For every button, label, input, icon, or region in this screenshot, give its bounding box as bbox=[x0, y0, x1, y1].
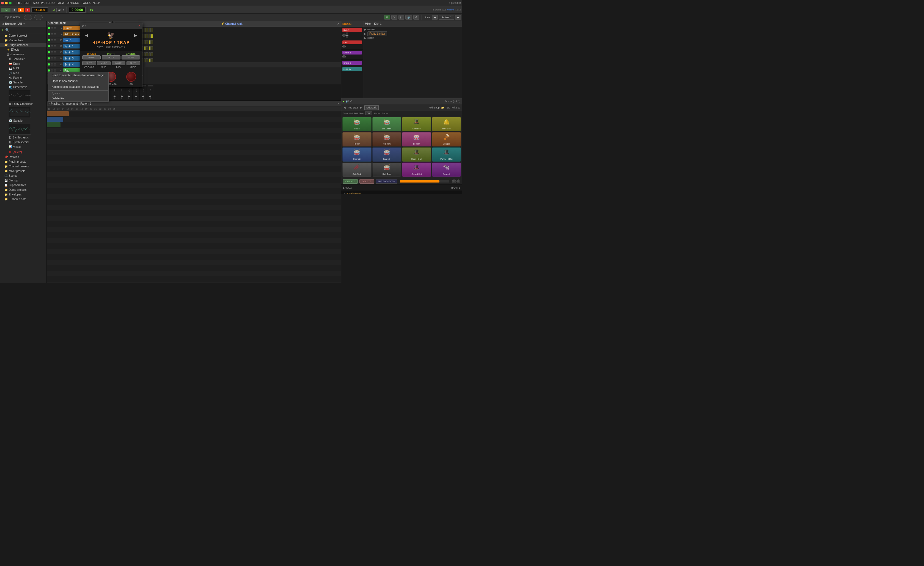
kick2-knob[interactable] bbox=[342, 45, 346, 48]
ch-btn1[interactable] bbox=[51, 27, 53, 29]
stop-button[interactable]: ■ bbox=[12, 8, 17, 12]
fpc-pad-lite-crash[interactable]: 🥁 Lite Crash bbox=[372, 117, 402, 131]
step-btn-15[interactable] bbox=[151, 58, 153, 62]
menu-item-help[interactable]: HELP bbox=[92, 1, 101, 5]
fpc-pad-cowbell[interactable]: 🐄 Cowbell bbox=[432, 163, 461, 177]
sidebar-item-il-shared[interactable]: 📁 IL shared data bbox=[0, 197, 46, 202]
fpc-pad-mid-tom[interactable]: 🥁 Mid Tom bbox=[372, 132, 402, 146]
toolbar-link-btn[interactable]: 🔗 bbox=[405, 15, 412, 20]
sidebar-item-envelopes[interactable]: 📁 Envelopes bbox=[0, 192, 46, 197]
menu-item-edit[interactable]: EDIT bbox=[23, 1, 32, 5]
cs-instr-mute-btn[interactable]: MUTE bbox=[102, 55, 120, 59]
fpc-pad-sidestick[interactable]: 🥢 SideStick bbox=[342, 163, 372, 177]
playlist-close-btn[interactable]: ✕ bbox=[337, 102, 339, 105]
sidebar-item-visual[interactable]: 📊 Visual bbox=[0, 145, 46, 149]
sidebar-item-backup[interactable]: 💾 Backup bbox=[0, 178, 46, 183]
sample-file-label[interactable]: 808 clav.wav bbox=[346, 192, 360, 195]
sidebar-item-controller[interactable]: 🎛 Controller bbox=[0, 57, 46, 62]
step-btn-13[interactable] bbox=[146, 28, 148, 32]
toolbar-pattern-btn[interactable]: ⊞ bbox=[384, 15, 390, 20]
delete-btn[interactable]: DELETE bbox=[359, 179, 374, 184]
cs-drums-mute-btn[interactable]: MUTE bbox=[82, 55, 100, 59]
menu-item-add[interactable]: ADD bbox=[32, 1, 40, 5]
close-button[interactable] bbox=[1, 2, 4, 5]
ch-btn1[interactable] bbox=[51, 69, 53, 72]
snare1-label[interactable]: Snare 1 bbox=[342, 51, 362, 54]
sidebar-item-directwave[interactable]: 🌊 DirectWave bbox=[0, 85, 46, 89]
fpc-pad-partial-hi-hat[interactable]: 🎩 Partial Hi Hat bbox=[432, 147, 461, 162]
snare2-label[interactable]: Snare 2 bbox=[342, 61, 362, 65]
next-pattern-btn[interactable]: ▶ bbox=[455, 15, 461, 20]
cs-add-btn[interactable]: + bbox=[85, 24, 86, 27]
fpc-pad-ride-bell[interactable]: 🔔 Ride Bell bbox=[432, 117, 461, 131]
sidebar-item-channel-presets[interactable]: 📁 Channel presets bbox=[0, 164, 46, 169]
fpc-pad-hi-tom[interactable]: 🥁 Hi Tom bbox=[342, 132, 372, 146]
fpc-pad-snare-1[interactable]: 🥁 Snare 1 bbox=[372, 147, 402, 162]
step-btn-13[interactable] bbox=[146, 40, 148, 44]
menu-item-patterns[interactable]: PATTERNS bbox=[40, 1, 56, 5]
kick1-label[interactable]: Kick 1 bbox=[342, 28, 362, 32]
hihats-label[interactable]: Hi-Hats bbox=[342, 67, 362, 71]
ch-btn2[interactable] bbox=[54, 69, 56, 72]
pattern-block-3[interactable] bbox=[47, 122, 60, 127]
ctx-delete-file[interactable]: Delete file... bbox=[48, 96, 108, 101]
play-button[interactable]: ▶ bbox=[18, 8, 24, 12]
prev-pattern-btn[interactable]: ◀ bbox=[432, 15, 438, 20]
step-btn-14[interactable] bbox=[148, 40, 151, 44]
fpc-prev-bank-btn[interactable]: ◀ bbox=[343, 106, 346, 109]
step-btn-12[interactable] bbox=[144, 40, 146, 44]
cs-forward-btn[interactable]: ▶ bbox=[134, 33, 137, 38]
step-btn-14[interactable] bbox=[148, 52, 151, 56]
ch-btn2[interactable] bbox=[54, 63, 56, 66]
ch-btn1[interactable] bbox=[51, 39, 53, 41]
update-link[interactable]: Update bbox=[447, 9, 454, 11]
sidebar-item-synth-special[interactable]: 🎛 Synth special bbox=[0, 140, 46, 145]
step-btn-15[interactable] bbox=[151, 40, 153, 44]
step-btn-15[interactable] bbox=[151, 46, 153, 50]
spread-even-btn[interactable]: SPREAD EVEN bbox=[376, 179, 397, 184]
step-btn-14[interactable] bbox=[148, 46, 151, 50]
kick2-label[interactable]: Kick 2 bbox=[342, 41, 362, 44]
menu-item-tools[interactable]: TOOLS bbox=[80, 1, 92, 5]
fpc-pad-snare-2[interactable]: 🥁 Snare 2 bbox=[342, 147, 372, 162]
step-btn-13[interactable] bbox=[146, 52, 148, 56]
step-btn-14[interactable] bbox=[148, 58, 151, 62]
record-button[interactable]: ● bbox=[25, 8, 30, 12]
ch-btn2[interactable] bbox=[54, 45, 56, 47]
pattern-block-2[interactable] bbox=[47, 117, 63, 122]
step-btn-13[interactable] bbox=[146, 58, 148, 62]
cs-backg-mute-btn[interactable]: MUTE bbox=[122, 55, 140, 59]
snare1-knob[interactable] bbox=[342, 55, 346, 58]
fpc-sidestick-select[interactable]: SideStick bbox=[364, 105, 379, 110]
midi-note-value[interactable]: CR3 bbox=[365, 111, 372, 115]
steps-display[interactable]: 32 bbox=[56, 8, 62, 12]
sidebar-item-midi[interactable]: 🎹 MIDI bbox=[0, 66, 46, 71]
ch-btn1[interactable] bbox=[51, 57, 53, 59]
sidebar-item-synth-classic[interactable]: 🎛 Synth classic bbox=[0, 135, 46, 140]
sidebar-item-sampler[interactable]: 💽 Sampler bbox=[0, 80, 46, 85]
step-btn-12[interactable] bbox=[144, 34, 146, 38]
cs-mid-mute-btn[interactable]: MUTE bbox=[112, 61, 125, 65]
ch-btn2[interactable] bbox=[54, 39, 56, 41]
step-btn-15[interactable] bbox=[151, 34, 153, 38]
browser-add-icon[interactable]: + bbox=[2, 28, 4, 32]
fpc-pad-congas[interactable]: 🪘 Congas bbox=[432, 132, 461, 146]
kick1-knob[interactable] bbox=[342, 33, 346, 37]
cs-sub-mute-btn[interactable]: MUTE bbox=[97, 61, 111, 65]
sidebar-item-plugin-db[interactable]: 📂 Plugin database bbox=[0, 43, 46, 47]
spread-knob1[interactable] bbox=[452, 179, 456, 183]
sidebar-item-patcher[interactable]: 🔌 Patcher bbox=[0, 75, 46, 80]
ch-btn1[interactable] bbox=[51, 45, 53, 47]
fruity-limiter-label[interactable]: Fruity Limiter bbox=[368, 32, 387, 36]
ch-btn2[interactable] bbox=[54, 57, 56, 59]
tempo-knob[interactable] bbox=[24, 15, 32, 20]
menu-item-options[interactable]: OPTIONS bbox=[66, 1, 80, 5]
step-btn-14[interactable] bbox=[148, 34, 151, 38]
step-btn-13[interactable] bbox=[146, 34, 148, 38]
step-btn-12[interactable] bbox=[144, 28, 146, 32]
maximize-button[interactable] bbox=[9, 2, 12, 5]
ch-btn1[interactable] bbox=[51, 63, 53, 66]
sidebar-item-fruity-granulizer[interactable]: ⚙ Fruity Granulizer bbox=[0, 102, 46, 106]
fpc-pad-lite-ride[interactable]: 🎩 Lite Ride bbox=[402, 117, 431, 131]
cs-back-btn[interactable]: ◀ bbox=[85, 33, 88, 38]
